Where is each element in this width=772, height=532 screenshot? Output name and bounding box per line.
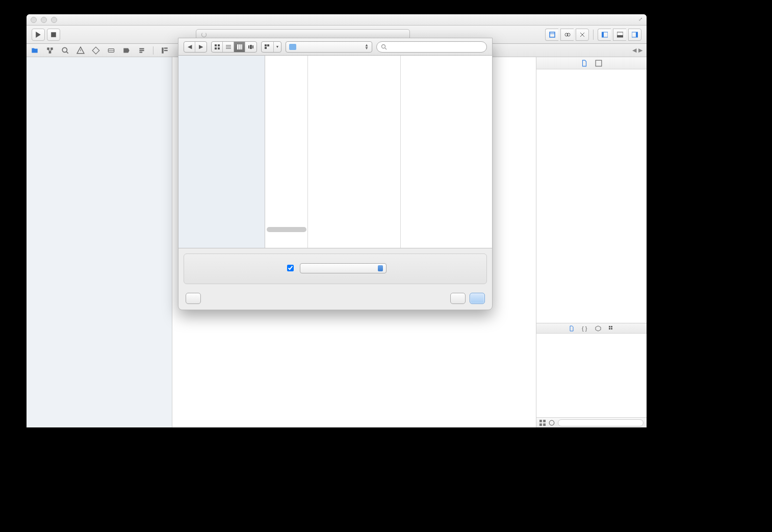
standard-editor-icon[interactable]	[545, 29, 558, 41]
minimize-dot-icon[interactable]	[41, 17, 47, 23]
scroll-thumb[interactable]	[267, 227, 306, 232]
browser-col1-partial[interactable]	[265, 56, 308, 248]
git-checkbox[interactable]	[287, 265, 294, 271]
issue-nav-icon[interactable]	[76, 46, 85, 55]
library-tabs: { }	[536, 323, 647, 334]
search-nav-icon[interactable]	[61, 46, 69, 55]
svg-rect-34	[539, 423, 542, 426]
arrange-icon[interactable]	[262, 42, 274, 52]
svg-point-16	[62, 47, 67, 52]
toggle-debug-icon[interactable]	[613, 29, 626, 41]
svg-rect-10	[636, 32, 638, 37]
quickhelp-icon[interactable]	[595, 60, 602, 67]
library-list[interactable]	[536, 334, 647, 417]
svg-rect-8	[617, 35, 623, 37]
file-template-icon[interactable]	[569, 325, 575, 332]
icon-view-icon[interactable]	[212, 42, 223, 52]
list-view-icon[interactable]	[549, 420, 555, 426]
view-mode-segment	[211, 41, 257, 53]
source-control-box	[184, 254, 487, 284]
svg-rect-47	[248, 45, 249, 48]
svg-rect-39	[215, 47, 217, 49]
svg-rect-24	[162, 47, 163, 53]
devices-header	[178, 63, 265, 70]
assistant-editor-icon[interactable]	[560, 29, 574, 41]
path-dropdown[interactable]: ▲▼	[286, 41, 372, 53]
forward-icon[interactable]: ▶	[195, 42, 207, 52]
svg-line-17	[66, 52, 68, 53]
arrange-dropdown-icon[interactable]: ▼	[274, 42, 281, 52]
file-browser	[178, 56, 492, 248]
svg-rect-38	[218, 44, 220, 46]
svg-rect-26	[164, 49, 168, 50]
svg-rect-32	[539, 420, 542, 422]
svg-rect-22	[139, 49, 144, 50]
editor-view-segment[interactable]	[545, 29, 589, 41]
titlebar[interactable]: ⤢	[27, 14, 647, 26]
back-arrow-icon[interactable]: ◀	[632, 47, 636, 54]
svg-point-4	[567, 33, 570, 36]
svg-rect-52	[265, 47, 267, 49]
svg-rect-40	[218, 47, 220, 49]
inspector-panel: { }	[536, 57, 647, 427]
library-search[interactable]	[558, 419, 644, 426]
svg-rect-46	[241, 44, 242, 49]
favorites-header	[178, 56, 265, 63]
run-button[interactable]	[32, 29, 45, 41]
back-icon[interactable]: ◀	[184, 42, 195, 52]
folder-icon	[289, 44, 296, 50]
inspector-tabs	[536, 57, 647, 69]
column-view-icon[interactable]	[234, 42, 245, 52]
breakpoint-nav-icon[interactable]	[122, 46, 131, 55]
media-library-icon[interactable]	[608, 325, 614, 332]
project-nav-icon[interactable]	[31, 46, 39, 55]
svg-rect-13	[49, 51, 52, 54]
svg-rect-27	[596, 60, 602, 66]
close-dot-icon[interactable]	[31, 17, 37, 23]
toggle-utilities-icon[interactable]	[628, 29, 641, 41]
svg-rect-28	[609, 326, 610, 327]
version-editor-icon[interactable]	[576, 29, 589, 41]
symbol-nav-icon[interactable]	[46, 46, 54, 55]
svg-line-14	[48, 49, 50, 50]
log-nav-icon[interactable]	[138, 46, 146, 55]
svg-rect-25	[164, 47, 168, 48]
svg-rect-37	[215, 44, 217, 46]
outline-icon[interactable]	[161, 46, 169, 55]
git-location-select[interactable]	[300, 263, 387, 273]
toggle-navigator-icon[interactable]	[598, 29, 611, 41]
create-button[interactable]	[470, 293, 485, 304]
zoom-dot-icon[interactable]	[51, 17, 57, 23]
stop-button[interactable]	[47, 29, 60, 41]
navigator-panel[interactable]	[27, 57, 172, 427]
new-folder-button[interactable]	[186, 293, 201, 304]
object-library-icon[interactable]	[595, 325, 601, 332]
browser-col3[interactable]	[401, 56, 492, 248]
finder-sidebar[interactable]	[178, 56, 265, 248]
svg-point-36	[549, 420, 554, 425]
test-nav-icon[interactable]	[92, 46, 100, 55]
svg-rect-50	[265, 44, 267, 46]
svg-rect-44	[237, 44, 239, 49]
svg-rect-45	[239, 44, 241, 49]
list-view-icon[interactable]	[223, 42, 234, 52]
jump-arrows: ◀ ▶	[632, 47, 642, 54]
code-snippet-icon[interactable]: { }	[582, 325, 588, 332]
grid-view-icon[interactable]	[539, 420, 546, 426]
svg-rect-1	[550, 32, 555, 37]
forward-arrow-icon[interactable]: ▶	[638, 47, 642, 54]
debug-nav-icon[interactable]	[107, 46, 115, 55]
resize-icon[interactable]: ⤢	[638, 16, 645, 22]
svg-rect-48	[250, 45, 252, 49]
arrange-segment: ▼	[261, 41, 281, 53]
file-inspector-icon[interactable]	[581, 60, 588, 67]
cancel-button[interactable]	[450, 293, 466, 304]
panel-toggles	[598, 29, 641, 41]
svg-rect-11	[47, 47, 49, 50]
svg-point-53	[382, 44, 385, 48]
search-field[interactable]	[376, 41, 487, 53]
svg-rect-21	[139, 48, 144, 49]
browser-col2[interactable]	[308, 56, 401, 248]
sheet-toolbar: ◀ ▶ ▼ ▲▼	[178, 38, 492, 56]
coverflow-view-icon[interactable]	[245, 42, 256, 52]
